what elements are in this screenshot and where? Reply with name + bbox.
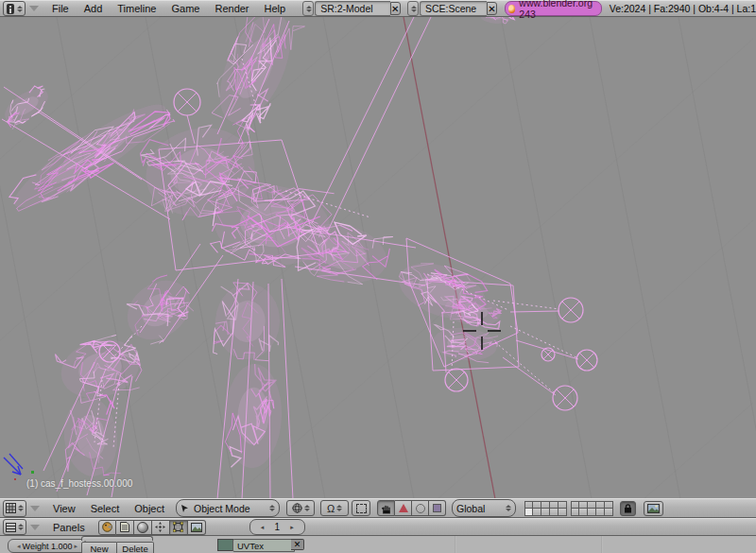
- lock-layers-button[interactable]: [620, 501, 636, 516]
- weight-slider[interactable]: ◂ Weight 1.000 ▸: [8, 539, 87, 553]
- image-icon: [647, 504, 660, 513]
- slider-right-icon[interactable]: ▸: [74, 543, 77, 550]
- dropdown-arrows-icon: [269, 505, 275, 511]
- uvtex-delete-button[interactable]: ✕: [291, 539, 304, 550]
- menu-object[interactable]: Object: [127, 503, 172, 514]
- editor-type-button-3dview[interactable]: [3, 500, 26, 517]
- vertex-group-field-clipped[interactable]: [81, 536, 153, 541]
- draw-type-dropdown[interactable]: [286, 500, 315, 516]
- menu-view[interactable]: View: [45, 503, 83, 514]
- layer-buttons-group-2: [571, 501, 613, 516]
- layer-button[interactable]: [579, 509, 588, 516]
- layer-button[interactable]: [550, 509, 558, 516]
- layer-button[interactable]: [558, 509, 567, 516]
- panel-divider: [601, 536, 603, 553]
- buttons-panel-area: ◂ Weight 1.000 ▸ New Delete UVTex ✕: [0, 536, 756, 553]
- layer-button[interactable]: [596, 509, 605, 516]
- object-mode-icon: [180, 504, 190, 513]
- layer-button[interactable]: [571, 509, 579, 516]
- spinner-right-icon[interactable]: ▸: [285, 524, 299, 531]
- layer-button[interactable]: [588, 501, 596, 509]
- scene-stats: Ve:2024 | Fa:2940 | Ob:4-4 | La:1: [610, 3, 756, 14]
- proportional-edit-button[interactable]: [352, 500, 370, 516]
- translate-cone-icon: [399, 504, 408, 512]
- rotate-circle-icon: [416, 504, 425, 513]
- editor-type-button-info[interactable]: [3, 1, 26, 16]
- menu-timeline[interactable]: Timeline: [110, 3, 163, 14]
- menu-add[interactable]: Add: [77, 3, 111, 14]
- menu-select[interactable]: Select: [83, 503, 128, 514]
- frame-number-value: 1: [268, 522, 285, 532]
- scene-browse-button[interactable]: [407, 1, 419, 16]
- manipulator-toggle-button[interactable]: [377, 500, 395, 516]
- dashed-box-icon: [356, 504, 367, 513]
- script-context-button[interactable]: [116, 520, 134, 535]
- layer-button[interactable]: [579, 501, 588, 509]
- layer-button[interactable]: [605, 509, 613, 516]
- layer-button[interactable]: [533, 501, 541, 509]
- blender-logo-icon: [508, 5, 515, 13]
- layer-button[interactable]: [596, 501, 605, 509]
- weight-value: Weight 1.000: [23, 542, 73, 551]
- manipulator-rotate-button[interactable]: [412, 500, 429, 516]
- menu-collapse-icon[interactable]: [30, 525, 40, 530]
- dropdown-arrows-icon: [336, 505, 342, 511]
- layer-button[interactable]: [524, 501, 533, 509]
- layer-button[interactable]: [588, 509, 596, 516]
- layer-buttons-group-1: [524, 501, 567, 516]
- menu-collapse-icon[interactable]: [30, 506, 40, 511]
- object-context-button[interactable]: [152, 520, 170, 535]
- render-preview-button[interactable]: [644, 501, 663, 516]
- screen-browse-button[interactable]: [302, 1, 314, 16]
- editor-switch-arrows-icon: [18, 505, 24, 511]
- scene-name-field[interactable]: SCE:Scene: [420, 1, 487, 16]
- scene-close-button[interactable]: ✕: [487, 2, 497, 15]
- info-window-icon: [6, 4, 15, 14]
- delete-button[interactable]: Delete: [117, 542, 154, 553]
- menu-file[interactable]: File: [44, 3, 77, 14]
- blender-version-badge[interactable]: www.blender.org 243: [505, 1, 602, 16]
- panel-divider: [455, 536, 456, 553]
- info-header: File Add Timeline Game Render Help SR:2-…: [0, 0, 756, 17]
- buttons-window-icon: [6, 523, 16, 532]
- scene-context-button[interactable]: [188, 520, 206, 535]
- uvtex-name-field[interactable]: UVTex: [232, 539, 295, 552]
- pivot-dropdown[interactable]: Ω: [320, 500, 349, 516]
- blender-version-text: www.blender.org 243: [519, 0, 593, 20]
- scene-icon: [191, 523, 202, 532]
- menu-game[interactable]: Game: [163, 3, 207, 14]
- orientation-dropdown[interactable]: Global: [452, 499, 516, 517]
- uvtex-active-swatch[interactable]: [217, 539, 233, 551]
- close-icon: ✕: [391, 4, 399, 14]
- screen-name-field[interactable]: SR:2-Model: [315, 1, 389, 16]
- shading-context-button[interactable]: [134, 520, 152, 535]
- layer-button[interactable]: [541, 509, 550, 516]
- slider-left-icon[interactable]: ◂: [17, 543, 21, 550]
- editor-type-button-buttons[interactable]: [3, 519, 26, 535]
- menu-render[interactable]: Render: [207, 3, 256, 14]
- menu-collapse-icon[interactable]: [29, 6, 39, 11]
- active-object-info: (1) cas_f_hostess.00.000: [26, 478, 132, 489]
- screen-close-button[interactable]: ✕: [390, 2, 401, 15]
- layer-button[interactable]: [533, 509, 541, 516]
- new-button[interactable]: New: [81, 542, 117, 553]
- orientation-label: Global: [456, 503, 504, 514]
- layer-button[interactable]: [571, 501, 579, 509]
- editor-3dview-icon: [6, 503, 16, 513]
- menu-help[interactable]: Help: [257, 3, 294, 14]
- layer-button[interactable]: [541, 501, 550, 509]
- spinner-left-icon[interactable]: ◂: [256, 524, 269, 531]
- panels-menu[interactable]: Panels: [45, 522, 93, 533]
- layer-button[interactable]: [605, 501, 613, 509]
- mode-dropdown-label: Object Mode: [194, 503, 267, 514]
- dropdown-arrows-icon: [304, 505, 310, 511]
- layer-button[interactable]: [524, 509, 533, 516]
- editing-context-button[interactable]: [170, 520, 188, 535]
- manipulator-translate-button[interactable]: [395, 500, 412, 516]
- frame-number-spinner[interactable]: ◂ 1 ▸: [249, 519, 305, 535]
- layer-button[interactable]: [550, 501, 558, 509]
- logic-context-button[interactable]: [98, 520, 116, 535]
- manipulator-scale-button[interactable]: [429, 500, 446, 516]
- mode-dropdown[interactable]: Object Mode: [176, 499, 280, 517]
- layer-button[interactable]: [558, 501, 567, 509]
